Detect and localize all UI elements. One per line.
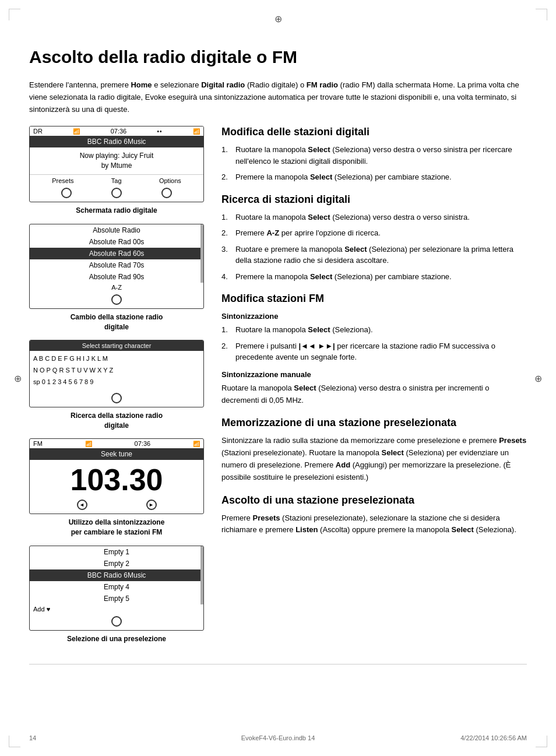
ricerca-digitali-list: 1. Ruotare la manopola Select (Seleziona… [221, 212, 527, 283]
list-item-absolute-70s: Absolute Rad 70s [30, 259, 203, 271]
dr-station-name: BBC Radio 6Music [30, 136, 203, 147]
left-column: DR 📶 07:36 •• 📶 BBC Radio 6Music Now pla… [29, 126, 204, 652]
fm-knob-prev[interactable]: ◄ [77, 500, 87, 510]
char-search-caption: Ricerca della stazione radiodigitale [29, 411, 204, 431]
dr-options-label: Options [159, 177, 181, 184]
crosshair-left: ⊕ [14, 372, 22, 384]
ricerca-digitali-item-2: 2. Premere A-Z per aprire l'opzione di r… [221, 227, 527, 239]
fm-knob-row: ◄ ► [30, 497, 203, 514]
presets-scrollbar[interactable] [200, 546, 203, 604]
section-title-ascolto-preselezionata: Ascolto di una stazione preselezionata [221, 494, 527, 507]
fm-frequency: 103.30 [30, 460, 203, 497]
page-footer-right: 4/22/2014 10:26:56 AM [460, 734, 527, 741]
ricerca-digitali-item-3: 3. Ruotare e premere la manopola Select … [221, 244, 527, 266]
fm-signal2: 📶 [193, 441, 200, 447]
char-search-knob[interactable] [111, 393, 122, 403]
content-layout: DR 📶 07:36 •• 📶 BBC Radio 6Music Now pla… [29, 126, 527, 652]
fm-status-bar: FM 📶 07:36 📶 [30, 439, 203, 448]
presets-add-row: Add ♥ [30, 604, 203, 630]
presets-list-wrapper: Empty 1 Empty 2 BBC Radio 6Music Empty 4… [30, 546, 203, 604]
presets-add-label: Add ♥ [30, 604, 203, 614]
dr-bottom-bar: Presets Tag Options [30, 174, 203, 185]
crosshair-right: ⊕ [534, 372, 542, 384]
sintonizzazione-item-1: 1. Ruotare la manopola Select (Seleziona… [221, 324, 527, 336]
modifica-digitali-item-2: 2. Premere la manopola Select (Seleziona… [221, 171, 527, 183]
dr-knob-center[interactable] [111, 188, 122, 198]
fm-knob-next[interactable]: ► [146, 500, 157, 510]
presets-screen: Empty 1 Empty 2 BBC Radio 6Music Empty 4… [29, 546, 204, 631]
ricerca-digitali-item-1: 1. Ruotare la manopola Select (Seleziona… [221, 212, 527, 223]
corner-mark-tl [9, 9, 20, 20]
ascolto-preselezionata-text: Premere Presets (Stazioni preselezionate… [221, 512, 527, 537]
dr-signal-icons: 📶 [73, 128, 80, 135]
list-item-absolute-60s: Absolute Rad 60s [30, 248, 203, 259]
footer-file: EvokeF4-V6-Euro.indb 14 [241, 734, 315, 741]
az-knob-row [30, 292, 203, 308]
fm-seek-tune: Seek tune [30, 448, 203, 460]
station-list-wrapper: Absolute Radio Absolute Rad 00s Absolute… [30, 224, 203, 283]
corner-mark-bl [9, 736, 20, 747]
footer-date: 4/22/2014 10:26:56 AM [460, 734, 527, 741]
presets-add-knob[interactable] [111, 616, 122, 627]
page-footer-left: 14 [29, 734, 36, 741]
dr-now-playing: Now playing: Juicy Fruitby Mtume [30, 147, 203, 174]
subtitle-sintonizzazione: Sintonizzazione [221, 312, 527, 321]
list-item-absolute-90s: Absolute Rad 90s [30, 271, 203, 283]
section-title-modifica-digitali: Modifica delle stazioni digitali [221, 126, 527, 138]
list-item-absolute-00s: Absolute Rad 00s [30, 236, 203, 248]
char-row-1: A B C D E F G H I J K L M [33, 353, 200, 365]
dr-time: 07:36 [111, 128, 127, 135]
preset-item-2: Empty 2 [30, 558, 203, 569]
dr-knob-right[interactable] [161, 188, 172, 198]
footer-line [29, 664, 527, 664]
station-list: Absolute Radio Absolute Rad 00s Absolute… [30, 224, 203, 283]
page-number: 14 [29, 734, 36, 741]
dr-status-bar: DR 📶 07:36 •• 📶 [30, 126, 203, 136]
subtitle-sintonizzazione-manuale: Sintonizzazione manuale [221, 370, 527, 379]
fm-time: 07:36 [135, 440, 151, 447]
section-title-ricerca-digitali: Ricerca di stazioni digitali [221, 194, 527, 206]
corner-mark-tr [536, 9, 547, 20]
intro-paragraph: Estendere l'antenna, premere Home e sele… [29, 79, 527, 115]
dr-presets-label: Presets [52, 177, 73, 184]
char-search-knob-row [30, 391, 203, 407]
sintonizzazione-item-2: 2. Premere i pulsanti |◄◄ ►►| per ricerc… [221, 340, 527, 363]
sintonizzazione-manuale-text: Ruotare la manopola Select (Seleziona) v… [221, 382, 527, 407]
char-row-2: N O P Q R S T U V W X Y Z [33, 365, 200, 377]
station-list-screen: Absolute Radio Absolute Rad 00s Absolute… [29, 224, 204, 309]
fm-screen: FM 📶 07:36 📶 Seek tune 103.30 ◄ ► [29, 438, 204, 514]
char-search-screen: Select starting character A B C D E F G … [29, 340, 204, 407]
dr-screen-caption: Schermata radio digitale [29, 206, 204, 216]
scrollbar[interactable] [200, 224, 203, 283]
section-title-memorizzazione: Memorizzazione di una stazione preselezi… [221, 417, 527, 429]
char-search-header: Select starting character [30, 340, 203, 351]
page: ⊕ ⊕ ⊕ Ascolto della radio digitale o FM … [0, 0, 556, 756]
az-knob[interactable] [111, 294, 122, 305]
dr-signal-icon: 📶 [73, 128, 80, 135]
list-item-absolute-radio: Absolute Radio [30, 224, 203, 236]
modifica-digitali-list: 1. Ruotare la manopola Select (Seleziona… [221, 144, 527, 183]
dr-dots: •• [157, 128, 163, 135]
presets-list: Empty 1 Empty 2 BBC Radio 6Music Empty 4… [30, 546, 203, 604]
dr-signal2: 📶 [193, 128, 200, 135]
page-footer-center: EvokeF4-V6-Euro.indb 14 [241, 734, 315, 741]
dr-tag-label: Tag [111, 177, 122, 184]
fm-signal: 📶 [85, 441, 92, 447]
digital-radio-screen: DR 📶 07:36 •• 📶 BBC Radio 6Music Now pla… [29, 126, 204, 202]
page-title: Ascolto della radio digitale o FM [29, 47, 527, 68]
station-list-caption: Cambio della stazione radiodigitale [29, 312, 204, 332]
preset-item-5: Empty 5 [30, 593, 203, 604]
section-title-modifica-fm: Modifica stazioni FM [221, 293, 527, 305]
dr-knob-row [30, 185, 203, 202]
ricerca-digitali-item-4: 4. Premere la manopola Select (Seleziona… [221, 271, 527, 283]
char-row-3: sp 0 1 2 3 4 5 6 7 8 9 [33, 377, 200, 388]
right-column: Modifica delle stazioni digitali 1. Ruot… [221, 126, 527, 652]
dr-knob-left[interactable] [61, 188, 72, 198]
fm-mode: FM [33, 440, 43, 447]
preset-item-1: Empty 1 [30, 546, 203, 558]
dr-mode: DR [33, 128, 43, 135]
modifica-digitali-item-1: 1. Ruotare la manopola Select (Seleziona… [221, 144, 527, 167]
az-label: A-Z [30, 283, 203, 292]
presets-caption: Selezione di una preselezione [29, 634, 204, 644]
sintonizzazione-list: 1. Ruotare la manopola Select (Seleziona… [221, 324, 527, 363]
